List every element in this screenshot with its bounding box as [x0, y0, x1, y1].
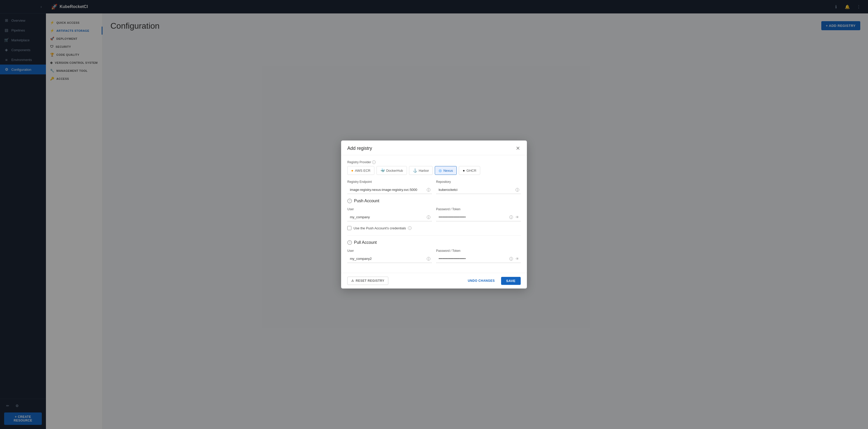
provider-tab-label: AWS ECR [355, 169, 370, 173]
push-password-input[interactable] [436, 213, 521, 221]
nexus-icon: ◎ [439, 168, 442, 173]
registry-endpoint-field: Registry Endpoint i [347, 180, 432, 194]
pull-account-row: User i Password / Token i 👁 [347, 249, 521, 263]
repository-input[interactable] [436, 186, 521, 194]
save-label: SAVE [506, 279, 516, 283]
modal-header: Add registry ✕ [341, 141, 527, 155]
push-password-info-icon[interactable]: i [509, 216, 513, 219]
push-user-info-icon[interactable]: i [427, 216, 430, 219]
reset-registry-label: RESET REGISTRY [356, 279, 384, 283]
push-password-toggle-icon[interactable]: 👁 [516, 215, 519, 219]
push-user-input[interactable] [347, 213, 432, 221]
provider-tab-label: GHCR [466, 169, 476, 173]
undo-changes-label: UNDO CHANGES [468, 279, 495, 283]
push-account-help-icon[interactable]: ? [347, 199, 352, 203]
pull-password-field: Password / Token i 👁 [436, 249, 521, 263]
endpoint-repository-row: Registry Endpoint i Repository i [347, 180, 521, 194]
use-push-credentials-label: Use the Push Account's credentials [353, 226, 406, 230]
pull-account-help-icon[interactable]: ? [347, 240, 352, 245]
push-user-field: User i [347, 207, 432, 221]
registry-endpoint-input[interactable] [347, 186, 432, 194]
aws-ecr-icon: ● [351, 168, 353, 173]
pull-password-input[interactable] [436, 255, 521, 263]
use-push-credentials-checkbox[interactable] [347, 226, 351, 230]
modal-close-button[interactable]: ✕ [515, 145, 521, 151]
warning-icon: ⚠ [351, 279, 354, 283]
save-button[interactable]: SAVE [501, 277, 521, 285]
push-password-field: Password / Token i 👁 [436, 207, 521, 221]
provider-tab-aws-ecr[interactable]: ● AWS ECR [347, 166, 374, 175]
use-push-credentials-row: Use the Push Account's credentials i [347, 226, 521, 230]
ghcr-icon: ● [463, 168, 465, 173]
push-account-row: User i Password / Token i 👁 [347, 207, 521, 221]
pull-account-section-title: ? Pull Account [347, 240, 521, 245]
repository-field: Repository i [436, 180, 521, 194]
harbor-icon: ⚓ [413, 168, 417, 173]
pull-user-field: User i [347, 249, 432, 263]
provider-tab-ghcr[interactable]: ● GHCR [459, 166, 480, 175]
add-registry-modal: Add registry ✕ Registry Provider i ● AWS… [341, 141, 527, 288]
registry-provider-info-icon[interactable]: i [372, 161, 376, 164]
registry-endpoint-info-icon[interactable]: i [427, 188, 430, 192]
modal-title: Add registry [347, 146, 372, 151]
pull-password-info-icon[interactable]: i [509, 257, 513, 261]
pull-password-toggle-icon[interactable]: 👁 [516, 257, 519, 261]
push-account-section-title: ? Push Account [347, 199, 521, 203]
provider-tab-label: Harbor [419, 169, 429, 173]
modal-body: Registry Provider i ● AWS ECR 🐳 DockerHu… [341, 155, 527, 273]
provider-tab-label: Nexus [443, 169, 453, 173]
reset-registry-button[interactable]: ⚠ RESET REGISTRY [347, 277, 388, 285]
footer-right-buttons: UNDO CHANGES SAVE [465, 277, 521, 285]
registry-provider-label: Registry Provider i [347, 161, 521, 164]
pull-user-input[interactable] [347, 255, 432, 263]
provider-tab-dockerhub[interactable]: 🐳 DockerHub [376, 166, 407, 175]
modal-footer: ⚠ RESET REGISTRY UNDO CHANGES SAVE [341, 273, 527, 288]
use-push-credentials-info-icon[interactable]: i [408, 226, 411, 230]
provider-tab-harbor[interactable]: ⚓ Harbor [409, 166, 433, 175]
dockerhub-icon: 🐳 [380, 168, 385, 173]
provider-tab-label: DockerHub [386, 169, 403, 173]
undo-changes-button[interactable]: UNDO CHANGES [465, 277, 498, 285]
modal-overlay[interactable]: Add registry ✕ Registry Provider i ● AWS… [0, 0, 868, 429]
pull-user-info-icon[interactable]: i [427, 257, 430, 261]
repository-info-icon[interactable]: i [516, 188, 519, 192]
close-icon: ✕ [516, 145, 520, 151]
provider-tab-nexus[interactable]: ◎ Nexus [435, 166, 457, 175]
provider-tabs: ● AWS ECR 🐳 DockerHub ⚓ Harbor ◎ Nexus ● [347, 166, 521, 175]
